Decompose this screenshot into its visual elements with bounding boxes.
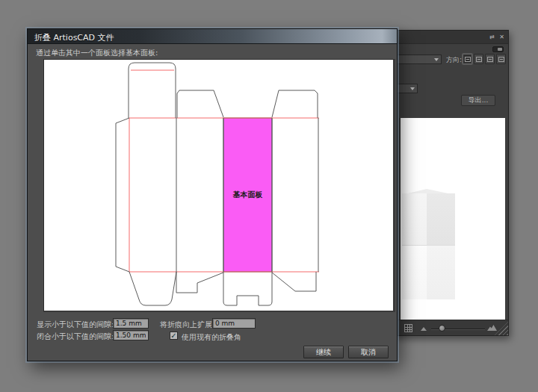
dialog-title: 折叠 ArtiosCAD 文件 [34, 32, 114, 43]
box-fold-seam [402, 245, 455, 246]
continue-button[interactable]: 继续 [303, 346, 344, 358]
box-upper-right-face [427, 193, 455, 246]
direction-option-2-button[interactable] [474, 54, 483, 64]
direction-option-4-button[interactable] [496, 54, 506, 64]
box-lower-left-face [402, 246, 427, 299]
panel-menu-toggle[interactable] [492, 46, 504, 52]
dialog-instruction: 通过单击其中一个面板选择基本面板: [36, 48, 158, 58]
close-icon[interactable]: ✕ [499, 34, 504, 41]
cancel-button[interactable]: 取消 [348, 346, 389, 358]
background-titlebar: ⇄ ✕ [392, 31, 508, 44]
bottom-right-flap-outline [272, 272, 316, 291]
zoom-in-icon[interactable] [487, 325, 497, 331]
dieline-canvas[interactable]: 基本面板 [43, 59, 395, 312]
preview-statusbar [392, 320, 508, 335]
style-dropdown[interactable] [394, 55, 442, 64]
export-button[interactable]: 导出... [461, 95, 495, 106]
resize-grip[interactable] [495, 322, 508, 335]
collapse-icon[interactable]: ⇄ [489, 34, 495, 41]
display-gap-label: 显示小于以下值的间隙: [37, 320, 114, 330]
3d-preview-area[interactable] [400, 118, 505, 320]
fold-direction-icon [487, 57, 493, 62]
direction-option-1-button[interactable] [463, 54, 472, 64]
box-upper-left-face [402, 193, 427, 246]
close-gap-label: 闭合小于以下值的间隙: [37, 332, 114, 342]
bottom-notched-flap-outline [223, 272, 272, 305]
fold-artioscad-dialog: 折叠 ArtiosCAD 文件 通过单击其中一个面板选择基本面板: [27, 28, 398, 361]
box-lower-right-face [427, 246, 455, 299]
folded-box-3d-render [402, 189, 455, 301]
background-panel-window: ⇄ ✕ 方向: 导出... [392, 30, 509, 336]
bottom-taper-flap-outline [129, 272, 176, 305]
close-gap-input[interactable] [113, 330, 149, 340]
base-panel-label: 基本面板 [233, 190, 263, 200]
dieline-drawing [44, 60, 396, 313]
tuck-flap-outline [129, 63, 176, 118]
direction-option-3-button[interactable] [485, 54, 495, 64]
fold-direction-icon [465, 57, 471, 62]
zoom-slider-knob[interactable] [439, 325, 445, 332]
base-panel-click-target[interactable]: 基本面板 [223, 118, 272, 272]
dropdown-arrow-icon [410, 87, 415, 90]
dropdown-arrow-icon [434, 58, 439, 61]
extend-crease-input[interactable] [212, 318, 256, 329]
dialog-titlebar[interactable]: 折叠 ArtiosCAD 文件 [28, 29, 397, 44]
zoom-out-icon[interactable] [421, 327, 427, 331]
use-existing-folds-checkbox[interactable]: ✓ [170, 332, 178, 340]
use-existing-folds-label: 使用现有的折叠角 [182, 332, 241, 343]
top-flap-right-outline [272, 90, 318, 118]
fold-direction-icon [476, 57, 482, 62]
grid-icon[interactable] [404, 324, 412, 332]
direction-label: 方向: [446, 55, 462, 65]
top-flap-left-outline [177, 90, 223, 118]
display-gap-input[interactable] [113, 318, 149, 329]
fold-direction-icon [498, 57, 504, 62]
glue-flap-outline [116, 118, 129, 272]
bottom-step-flap-outline [176, 272, 223, 293]
